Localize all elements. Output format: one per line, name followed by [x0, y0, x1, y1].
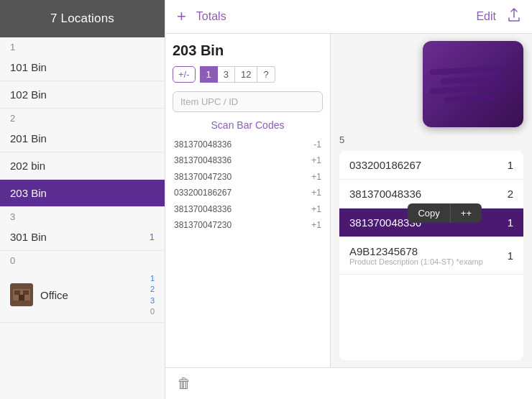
sidebar-item-101-bin[interactable]: 101 Bin	[0, 54, 165, 81]
item-code: A9B12345678	[349, 245, 508, 257]
search-input[interactable]: Item UPC / ID	[173, 91, 323, 112]
tab-12[interactable]: 12	[235, 66, 257, 83]
image-stripes	[430, 55, 516, 113]
content-area: 203 Bin +/- 1 3 12 ? Item UPC / ID Scan …	[165, 34, 532, 367]
sidebar-item-102-bin[interactable]: 102 Bin	[0, 81, 165, 109]
scan-code: 033200186267	[174, 185, 231, 200]
office-badge-2: 2	[150, 284, 155, 294]
tabs-row: +/- 1 3 12 ?	[173, 66, 323, 83]
stripe-3	[430, 84, 508, 94]
scan-code: 381370048336	[174, 137, 231, 152]
pp-button[interactable]: ++	[450, 203, 482, 223]
sidebar-item-202-bin[interactable]: 202 bin	[0, 152, 165, 180]
copy-popup: Copy ++	[408, 203, 482, 223]
scan-row: 381370047230+1	[173, 169, 323, 185]
sidebar-item-label: 101 Bin	[10, 61, 47, 73]
copy-button[interactable]: Copy	[408, 203, 449, 223]
scan-code: 381370048336	[174, 153, 231, 168]
section-label-3: 3	[0, 207, 165, 224]
tab-3[interactable]: 3	[218, 66, 235, 83]
main-panel: + Totals Edit 203 Bin +/- 1 3 12 ? Item …	[165, 0, 532, 399]
sidebar-item-201-bin[interactable]: 201 Bin	[0, 125, 165, 152]
section-label-1: 1	[0, 37, 165, 54]
stripe-1	[430, 65, 503, 75]
office-badge-0: 0	[150, 306, 155, 316]
scan-row: 033200186267+1	[173, 185, 323, 201]
section-label-2: 2	[0, 109, 165, 125]
item-qty: 1	[508, 249, 513, 262]
scan-row: 381370047230+1	[173, 217, 323, 233]
tab-1[interactable]: 1	[200, 66, 218, 83]
item-desc: Product Description (1:04-ST) *examp	[349, 257, 508, 266]
scan-codes-button[interactable]: Scan Bar Codes	[173, 119, 323, 131]
sidebar-item-label: 301 Bin	[10, 231, 47, 243]
right-panel: 5 033200186267 1 381370048336 2 38137004…	[331, 34, 532, 367]
scan-code: 381370048336	[174, 202, 231, 216]
sidebar-item-301-bin[interactable]: 301 Bin 1	[0, 224, 165, 251]
office-badge-1: 1	[150, 273, 155, 283]
count-badge: 5	[339, 133, 523, 147]
plus-minus-toggle[interactable]: +/-	[173, 66, 196, 83]
item-qty: 1	[508, 159, 513, 171]
sidebar-item-label: 203 Bin	[10, 187, 47, 199]
office-thumbnail	[10, 283, 33, 306]
scan-code: 381370047230	[174, 170, 231, 184]
scan-delta: +1	[311, 202, 321, 216]
sidebar-item-label: 102 Bin	[10, 88, 47, 101]
item-image	[423, 41, 523, 127]
item-info: A9B12345678 Product Description (1:04-ST…	[349, 245, 508, 266]
item-code: 381370048336	[349, 188, 508, 200]
totals-button[interactable]: Totals	[196, 10, 226, 23]
share-button[interactable]	[508, 8, 520, 26]
sidebar-item-203-bin[interactable]: 203 Bin	[0, 180, 165, 207]
scan-delta: +1	[311, 218, 321, 232]
item-qty: 2	[508, 188, 513, 200]
scan-delta: +1	[311, 185, 321, 200]
left-panel: 203 Bin +/- 1 3 12 ? Item UPC / ID Scan …	[165, 34, 331, 367]
svg-rect-2	[14, 290, 20, 295]
scan-code: 381370047230	[174, 218, 231, 232]
items-list: 033200186267 1 381370048336 2 3813700483…	[339, 151, 523, 360]
add-button[interactable]: +	[177, 7, 186, 26]
edit-button[interactable]: Edit	[476, 10, 496, 23]
section-label-0: 0	[0, 251, 165, 267]
stripe-2	[441, 75, 501, 83]
svg-rect-4	[19, 295, 24, 301]
office-label: Office	[40, 289, 150, 301]
scan-delta: -1	[313, 137, 321, 152]
toolbar-right: Edit	[476, 8, 520, 26]
sidebar-item-badge: 1	[150, 231, 155, 242]
item-qty: 1	[508, 216, 513, 229]
scan-row: 381370048336+1	[173, 152, 323, 168]
tab-question[interactable]: ?	[257, 66, 275, 83]
scan-list: 381370048336-1 381370048336+1 3813700472…	[173, 137, 323, 360]
item-code: 033200186267	[349, 159, 508, 171]
item-image-area	[339, 41, 523, 127]
sidebar-item-office[interactable]: Office 1 2 3 0	[0, 267, 165, 323]
sidebar-item-label: 201 Bin	[10, 132, 47, 145]
trash-icon[interactable]: 🗑	[177, 375, 191, 392]
scan-row: 381370048336-1	[173, 137, 323, 152]
item-row[interactable]: A9B12345678 Product Description (1:04-ST…	[339, 237, 523, 275]
toolbar: + Totals Edit	[165, 0, 532, 34]
scan-delta: +1	[311, 170, 321, 184]
bin-title: 203 Bin	[173, 42, 323, 59]
office-badge-3: 3	[150, 295, 155, 306]
scan-delta: +1	[311, 153, 321, 168]
scan-row: 381370048336+1	[173, 201, 323, 217]
sidebar-item-label: 202 bin	[10, 160, 45, 172]
svg-rect-3	[23, 290, 29, 295]
sidebar-header: 7 Locations	[0, 0, 165, 37]
item-row[interactable]: 033200186267 1	[339, 151, 523, 180]
office-badges: 1 2 3 0	[150, 273, 155, 316]
bottom-bar: 🗑	[165, 367, 532, 399]
sidebar: 7 Locations 1 101 Bin 102 Bin 2 201 Bin …	[0, 0, 165, 399]
stripe-4	[444, 94, 496, 103]
